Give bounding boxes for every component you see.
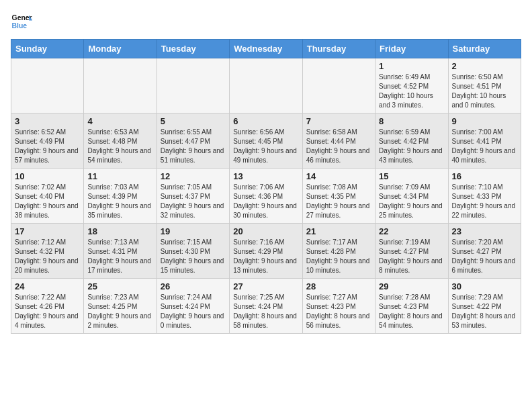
day-info: Sunrise: 7:25 AM Sunset: 4:24 PM Dayligh… — [233, 293, 298, 330]
day-number: 26 — [161, 281, 226, 291]
day-info: Sunrise: 7:17 AM Sunset: 4:28 PM Dayligh… — [306, 238, 371, 275]
calendar-cell: 12Sunrise: 7:05 AM Sunset: 4:37 PM Dayli… — [157, 169, 229, 224]
day-number: 2 — [452, 61, 517, 71]
day-info: Sunrise: 7:23 AM Sunset: 4:25 PM Dayligh… — [87, 293, 152, 330]
calendar-cell — [157, 58, 229, 113]
calendar-cell — [302, 58, 375, 113]
day-info: Sunrise: 7:27 AM Sunset: 4:23 PM Dayligh… — [306, 293, 371, 330]
day-number: 29 — [379, 281, 444, 291]
day-number: 4 — [87, 116, 152, 126]
day-info: Sunrise: 7:16 AM Sunset: 4:29 PM Dayligh… — [233, 238, 298, 275]
logo-icon: General Blue — [11, 11, 32, 32]
day-number: 10 — [15, 171, 80, 181]
day-number: 27 — [233, 281, 298, 291]
calendar-cell: 7Sunrise: 6:58 AM Sunset: 4:44 PM Daylig… — [302, 113, 375, 169]
calendar-cell: 9Sunrise: 7:00 AM Sunset: 4:41 PM Daylig… — [448, 113, 521, 169]
day-info: Sunrise: 7:06 AM Sunset: 4:36 PM Dayligh… — [233, 183, 298, 220]
calendar-cell: 18Sunrise: 7:13 AM Sunset: 4:31 PM Dayli… — [84, 224, 157, 279]
day-number: 20 — [233, 226, 298, 236]
day-info: Sunrise: 7:13 AM Sunset: 4:31 PM Dayligh… — [87, 238, 152, 275]
day-info: Sunrise: 6:52 AM Sunset: 4:49 PM Dayligh… — [15, 128, 80, 165]
day-info: Sunrise: 7:10 AM Sunset: 4:33 PM Dayligh… — [452, 183, 517, 220]
calendar-cell — [230, 58, 302, 113]
day-number: 24 — [15, 281, 80, 291]
day-number: 3 — [15, 116, 80, 126]
day-info: Sunrise: 6:53 AM Sunset: 4:48 PM Dayligh… — [87, 128, 152, 165]
calendar-cell: 23Sunrise: 7:20 AM Sunset: 4:27 PM Dayli… — [448, 224, 521, 279]
weekday-header-friday: Friday — [375, 40, 448, 58]
day-number: 8 — [379, 116, 444, 126]
day-number: 17 — [15, 226, 80, 236]
day-info: Sunrise: 6:59 AM Sunset: 4:42 PM Dayligh… — [379, 128, 444, 165]
day-info: Sunrise: 6:49 AM Sunset: 4:52 PM Dayligh… — [379, 73, 444, 110]
day-info: Sunrise: 7:15 AM Sunset: 4:30 PM Dayligh… — [161, 238, 226, 275]
day-info: Sunrise: 7:02 AM Sunset: 4:40 PM Dayligh… — [15, 183, 80, 220]
calendar-cell: 19Sunrise: 7:15 AM Sunset: 4:30 PM Dayli… — [157, 224, 229, 279]
day-info: Sunrise: 6:56 AM Sunset: 4:45 PM Dayligh… — [233, 128, 298, 165]
day-number: 21 — [306, 226, 371, 236]
day-number: 16 — [452, 171, 517, 181]
logo: General Blue — [11, 11, 35, 32]
calendar-cell — [11, 58, 84, 113]
day-info: Sunrise: 7:12 AM Sunset: 4:32 PM Dayligh… — [15, 238, 80, 275]
day-info: Sunrise: 7:19 AM Sunset: 4:27 PM Dayligh… — [379, 238, 444, 275]
day-number: 9 — [452, 116, 517, 126]
weekday-header-sunday: Sunday — [11, 40, 84, 58]
day-number: 23 — [452, 226, 517, 236]
calendar-cell: 20Sunrise: 7:16 AM Sunset: 4:29 PM Dayli… — [230, 224, 302, 279]
week-row-3: 10Sunrise: 7:02 AM Sunset: 4:40 PM Dayli… — [11, 169, 521, 224]
weekday-header-row: SundayMondayTuesdayWednesdayThursdayFrid… — [11, 40, 521, 58]
calendar-cell: 26Sunrise: 7:24 AM Sunset: 4:24 PM Dayli… — [157, 279, 229, 334]
day-number: 25 — [87, 281, 152, 291]
day-number: 13 — [233, 171, 298, 181]
calendar-table: SundayMondayTuesdayWednesdayThursdayFrid… — [11, 39, 521, 334]
day-info: Sunrise: 7:09 AM Sunset: 4:34 PM Dayligh… — [379, 183, 444, 220]
calendar-cell: 22Sunrise: 7:19 AM Sunset: 4:27 PM Dayli… — [375, 224, 448, 279]
calendar-cell: 1Sunrise: 6:49 AM Sunset: 4:52 PM Daylig… — [375, 58, 448, 113]
day-number: 6 — [233, 116, 298, 126]
day-info: Sunrise: 7:29 AM Sunset: 4:22 PM Dayligh… — [452, 293, 517, 330]
day-info: Sunrise: 6:58 AM Sunset: 4:44 PM Dayligh… — [306, 128, 371, 165]
day-info: Sunrise: 7:24 AM Sunset: 4:24 PM Dayligh… — [161, 293, 226, 330]
calendar-cell: 3Sunrise: 6:52 AM Sunset: 4:49 PM Daylig… — [11, 113, 84, 169]
day-number: 5 — [161, 116, 226, 126]
day-number: 28 — [306, 281, 371, 291]
calendar-cell: 29Sunrise: 7:28 AM Sunset: 4:23 PM Dayli… — [375, 279, 448, 334]
calendar-cell: 17Sunrise: 7:12 AM Sunset: 4:32 PM Dayli… — [11, 224, 84, 279]
svg-text:Blue: Blue — [12, 22, 28, 30]
weekday-header-saturday: Saturday — [448, 40, 521, 58]
calendar-cell: 6Sunrise: 6:56 AM Sunset: 4:45 PM Daylig… — [230, 113, 302, 169]
day-info: Sunrise: 7:00 AM Sunset: 4:41 PM Dayligh… — [452, 128, 517, 165]
calendar-cell: 13Sunrise: 7:06 AM Sunset: 4:36 PM Dayli… — [230, 169, 302, 224]
day-number: 19 — [161, 226, 226, 236]
calendar-cell: 10Sunrise: 7:02 AM Sunset: 4:40 PM Dayli… — [11, 169, 84, 224]
day-number: 14 — [306, 171, 371, 181]
day-number: 15 — [379, 171, 444, 181]
calendar-cell: 11Sunrise: 7:03 AM Sunset: 4:39 PM Dayli… — [84, 169, 157, 224]
calendar-cell: 24Sunrise: 7:22 AM Sunset: 4:26 PM Dayli… — [11, 279, 84, 334]
day-info: Sunrise: 7:28 AM Sunset: 4:23 PM Dayligh… — [379, 293, 444, 330]
calendar-cell: 5Sunrise: 6:55 AM Sunset: 4:47 PM Daylig… — [157, 113, 229, 169]
week-row-4: 17Sunrise: 7:12 AM Sunset: 4:32 PM Dayli… — [11, 224, 521, 279]
day-info: Sunrise: 7:20 AM Sunset: 4:27 PM Dayligh… — [452, 238, 517, 275]
calendar-cell: 30Sunrise: 7:29 AM Sunset: 4:22 PM Dayli… — [448, 279, 521, 334]
page-header: General Blue — [11, 11, 521, 32]
calendar-cell: 16Sunrise: 7:10 AM Sunset: 4:33 PM Dayli… — [448, 169, 521, 224]
weekday-header-tuesday: Tuesday — [157, 40, 229, 58]
day-number: 30 — [452, 281, 517, 291]
week-row-5: 24Sunrise: 7:22 AM Sunset: 4:26 PM Dayli… — [11, 279, 521, 334]
day-number: 18 — [87, 226, 152, 236]
calendar-cell — [84, 58, 157, 113]
day-info: Sunrise: 7:22 AM Sunset: 4:26 PM Dayligh… — [15, 293, 80, 330]
day-info: Sunrise: 7:03 AM Sunset: 4:39 PM Dayligh… — [87, 183, 152, 220]
calendar-cell: 4Sunrise: 6:53 AM Sunset: 4:48 PM Daylig… — [84, 113, 157, 169]
day-info: Sunrise: 7:08 AM Sunset: 4:35 PM Dayligh… — [306, 183, 371, 220]
calendar-cell: 2Sunrise: 6:50 AM Sunset: 4:51 PM Daylig… — [448, 58, 521, 113]
weekday-header-thursday: Thursday — [302, 40, 375, 58]
calendar-cell: 25Sunrise: 7:23 AM Sunset: 4:25 PM Dayli… — [84, 279, 157, 334]
day-number: 7 — [306, 116, 371, 126]
calendar-cell: 21Sunrise: 7:17 AM Sunset: 4:28 PM Dayli… — [302, 224, 375, 279]
calendar-cell: 15Sunrise: 7:09 AM Sunset: 4:34 PM Dayli… — [375, 169, 448, 224]
weekday-header-wednesday: Wednesday — [230, 40, 302, 58]
calendar-cell: 28Sunrise: 7:27 AM Sunset: 4:23 PM Dayli… — [302, 279, 375, 334]
